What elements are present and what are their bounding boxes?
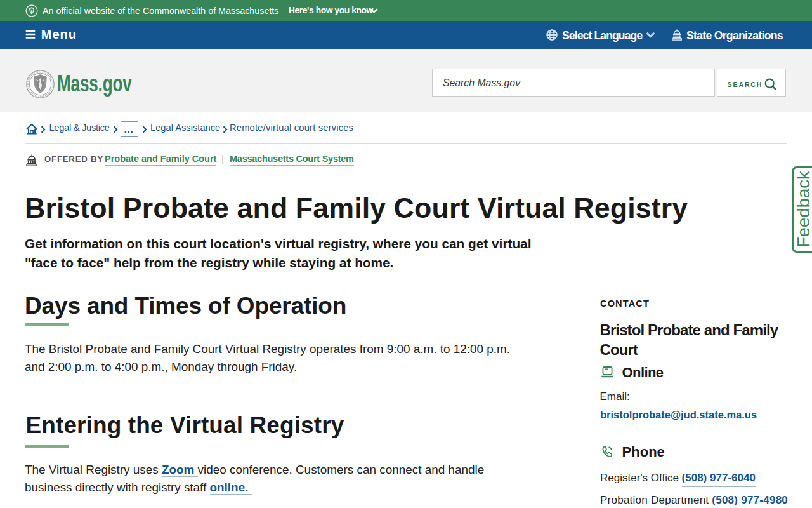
svg-text:Mass.gov: Mass.gov <box>57 71 132 97</box>
